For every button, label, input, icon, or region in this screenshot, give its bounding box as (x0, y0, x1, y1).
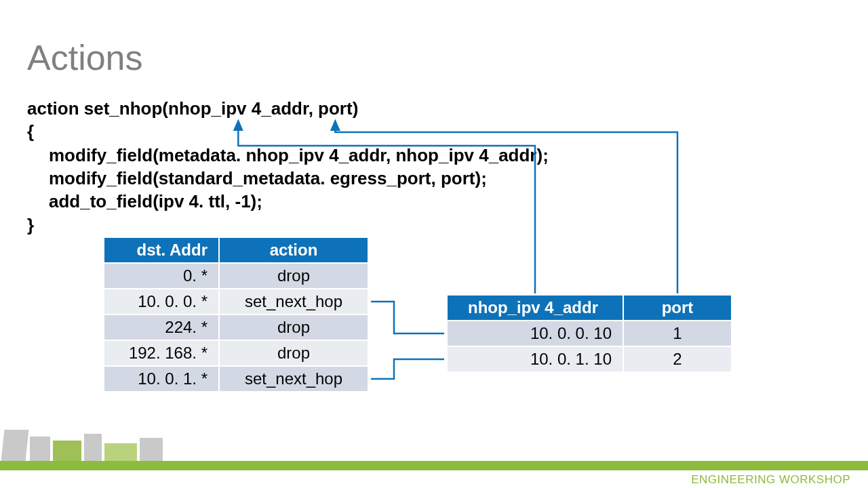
code-l1c: , (309, 98, 318, 119)
code-l6: } (27, 214, 841, 237)
code-param-nhop: nhop_ipv 4_addr (168, 98, 309, 119)
code-l4: modify_field(standard_metadata. egress_p… (49, 168, 487, 188)
th-port: port (623, 295, 732, 321)
table-header-row: nhop_ipv 4_addr port (447, 295, 732, 321)
table-row: 10. 0. 0. 101 (447, 321, 732, 346)
th-nhop: nhop_ipv 4_addr (447, 295, 623, 321)
th-dstaddr: dst. Addr (104, 237, 219, 263)
code-l1e: ) (353, 98, 359, 119)
table-row: 10. 0. 1. *set_next_hop (104, 366, 368, 392)
code-l2: { (27, 120, 841, 143)
code-l3: modify_field(metadata. nhop_ipv 4_addr, … (49, 145, 549, 165)
table-row: 10. 0. 0. *set_next_hop (104, 289, 368, 314)
table-row: 192. 168. *drop (104, 340, 368, 366)
code-l5: add_to_field(ipv 4. ttl, -1); (49, 191, 262, 211)
skyline-graphic (0, 420, 176, 461)
footer-text: ENGINEERING WORKSHOP (691, 473, 850, 487)
table-row: 0. *drop (104, 263, 368, 289)
nexthop-table: nhop_ipv 4_addr port 10. 0. 0. 101 10. 0… (446, 294, 732, 373)
code-param-port: port (318, 98, 353, 119)
routing-table: dst. Addr action 0. *drop 10. 0. 0. *set… (103, 237, 369, 392)
th-action: action (219, 237, 368, 263)
code-l1a: action set_nhop( (27, 98, 168, 119)
footer-bar (0, 461, 868, 470)
slide-title: Actions (27, 37, 841, 78)
code-block: action set_nhop(nhop_ipv 4_addr, port) {… (27, 97, 841, 237)
table-row: 224. *drop (104, 314, 368, 340)
table-header-row: dst. Addr action (104, 237, 368, 263)
table-row: 10. 0. 1. 102 (447, 346, 732, 372)
